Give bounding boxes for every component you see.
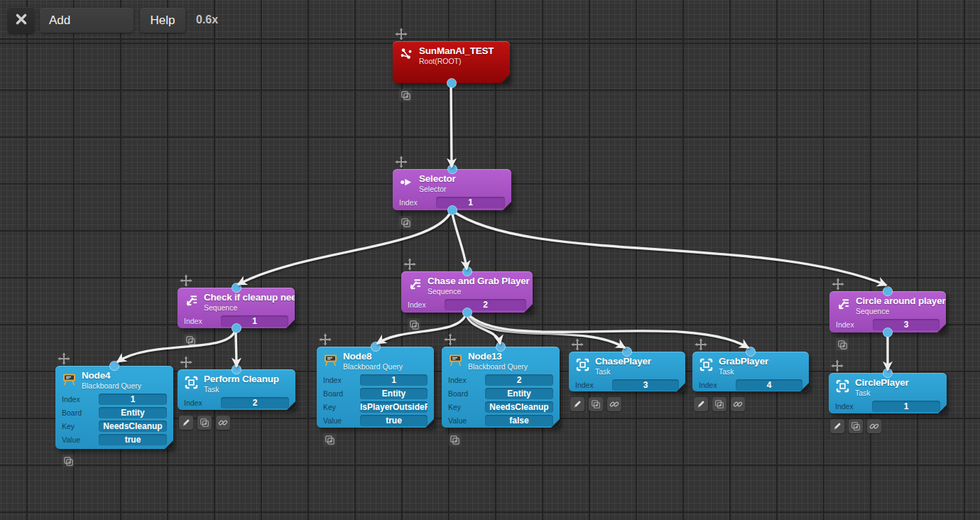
duplicate-node-button[interactable] — [399, 216, 412, 229]
node-grab-player[interactable]: GrabPlayerTaskIndex4 — [692, 352, 809, 391]
node-title: Check if cleanup needed — [204, 292, 295, 303]
edit-node-button[interactable] — [570, 397, 584, 411]
node-title-block: CirclePlayerTask — [855, 377, 909, 397]
field-input-index[interactable]: 3 — [873, 319, 940, 330]
field-input-value[interactable]: true — [99, 434, 167, 445]
output-port-circle-around[interactable] — [883, 327, 892, 337]
move-handle-icon[interactable] — [58, 352, 70, 365]
node-fields: Index3 — [569, 377, 685, 391]
edit-node-button[interactable] — [830, 419, 844, 433]
link-node-button[interactable] — [607, 397, 621, 411]
field-input-board[interactable]: Entity — [485, 388, 553, 399]
node-node13[interactable]: Node13Blackboard QueryIndex2BoardEntityK… — [442, 347, 560, 428]
duplicate-node-button[interactable] — [184, 334, 197, 347]
move-handle-icon[interactable] — [831, 359, 844, 372]
move-handle-icon[interactable] — [695, 338, 707, 351]
duplicate-node-button[interactable] — [408, 318, 420, 331]
move-handle-icon[interactable] — [571, 338, 584, 351]
duplicate-node-button[interactable] — [197, 416, 212, 430]
move-handle-icon[interactable] — [444, 333, 457, 346]
edit-node-button[interactable] — [179, 416, 193, 430]
field-input-index[interactable]: 4 — [736, 379, 802, 391]
node-selector[interactable]: SelectorSelectorIndex1 — [393, 169, 511, 210]
input-port-grab-player[interactable] — [746, 347, 755, 356]
edit-node-button[interactable] — [694, 397, 708, 411]
duplicate-node-button[interactable] — [62, 455, 75, 467]
field-input-key[interactable]: NeedsCleanup — [99, 421, 167, 432]
node-node8[interactable]: Node8Blackboard QueryIndex1BoardEntityKe… — [317, 347, 434, 428]
input-port-node4[interactable] — [109, 361, 119, 370]
field-input-index[interactable]: 2 — [485, 374, 553, 386]
duplicate-node-button[interactable] — [589, 397, 603, 411]
input-port-node8[interactable] — [371, 342, 380, 351]
move-handle-icon[interactable] — [319, 333, 332, 346]
input-port-perform-cleanup[interactable] — [232, 364, 241, 374]
input-port-chase-player[interactable] — [622, 347, 631, 356]
node-chase-player[interactable]: ChasePlayerTaskIndex3 — [569, 352, 685, 391]
field-input-index[interactable]: 1 — [99, 394, 167, 405]
input-port-circle-player[interactable] — [883, 368, 892, 377]
duplicate-node-button[interactable] — [849, 419, 863, 433]
move-handle-icon[interactable] — [180, 274, 192, 287]
output-port-chase-grab[interactable] — [462, 308, 472, 317]
move-handle-icon[interactable] — [395, 28, 408, 40]
node-title: SunManAI_TEST — [419, 45, 494, 57]
node-title: Perform Cleanup — [204, 374, 279, 385]
field-row-board: BoardEntity — [323, 388, 428, 399]
field-input-key[interactable]: IsPlayerOutsideRadius — [360, 401, 428, 413]
link-node-button[interactable] — [731, 397, 745, 411]
node-node4[interactable]: Node4Blackboard QueryIndex1BoardEntityKe… — [55, 366, 173, 449]
link-node-button[interactable] — [216, 416, 230, 430]
help-button[interactable]: Help — [140, 8, 185, 33]
field-input-index[interactable]: 3 — [612, 379, 679, 391]
node-root[interactable]: SunManAI_TESTRoot(ROOT) — [393, 41, 510, 83]
node-fields: Index4 — [692, 377, 809, 391]
pencil-icon — [832, 421, 842, 431]
duplicate-node-button[interactable] — [323, 433, 336, 446]
output-port-root[interactable] — [447, 78, 456, 87]
field-input-board[interactable]: Entity — [360, 388, 428, 399]
node-circle-player[interactable]: CirclePlayerTaskIndex1 — [829, 373, 947, 413]
field-input-index[interactable]: 2 — [445, 299, 526, 310]
blackboard-icon — [62, 372, 77, 386]
field-label: Board — [448, 389, 485, 398]
node-canvas[interactable]: SunManAI_TESTRoot(ROOT)SelectorSelectorI… — [0, 0, 980, 520]
field-input-index[interactable]: 1 — [221, 315, 288, 327]
input-port-node13[interactable] — [496, 342, 505, 351]
field-input-value[interactable]: true — [360, 415, 428, 426]
field-row-index: Index2 — [184, 397, 289, 408]
field-input-index[interactable]: 1 — [872, 401, 940, 412]
input-port-circle-around[interactable] — [883, 286, 892, 296]
field-label: Index — [448, 376, 485, 384]
input-port-selector[interactable] — [447, 164, 457, 173]
link-node-button[interactable] — [867, 419, 881, 433]
node-title-block: Node8Blackboard Query — [343, 351, 403, 371]
field-input-index[interactable]: 2 — [221, 397, 289, 408]
move-handle-icon[interactable] — [395, 156, 408, 168]
duplicate-node-button[interactable] — [836, 338, 849, 351]
input-port-check-cleanup[interactable] — [232, 283, 241, 292]
field-input-key[interactable]: NeedsCleanup — [485, 401, 553, 413]
add-node-input[interactable]: Add — [40, 8, 134, 33]
node-chase-grab[interactable]: Chase and Grab PlayerSequenceIndex2 — [401, 271, 533, 313]
output-port-selector[interactable] — [447, 205, 457, 215]
node-check-cleanup[interactable]: Check if cleanup neededSequenceIndex1 — [178, 288, 295, 328]
output-port-check-cleanup[interactable] — [232, 323, 241, 332]
duplicate-node-button[interactable] — [712, 397, 726, 411]
move-handle-icon[interactable] — [403, 258, 416, 271]
move-handle-icon[interactable] — [832, 278, 844, 291]
field-input-index[interactable]: 1 — [436, 197, 505, 208]
duplicate-node-button[interactable] — [399, 89, 412, 102]
move-handle-icon[interactable] — [180, 356, 192, 369]
close-button[interactable] — [8, 7, 35, 33]
field-input-value[interactable]: false — [485, 415, 553, 426]
field-label: Index — [408, 300, 445, 309]
node-circle-around[interactable]: Circle around playerSequenceIndex3 — [829, 291, 946, 332]
duplicate-node-button[interactable] — [448, 433, 461, 446]
folded-corner — [937, 324, 946, 332]
node-title: Selector — [419, 173, 456, 185]
input-port-chase-grab[interactable] — [462, 266, 472, 276]
node-perform-cleanup[interactable]: Perform CleanupTaskIndex2 — [178, 369, 295, 410]
field-input-index[interactable]: 1 — [360, 374, 428, 386]
field-input-board[interactable]: Entity — [99, 407, 167, 418]
